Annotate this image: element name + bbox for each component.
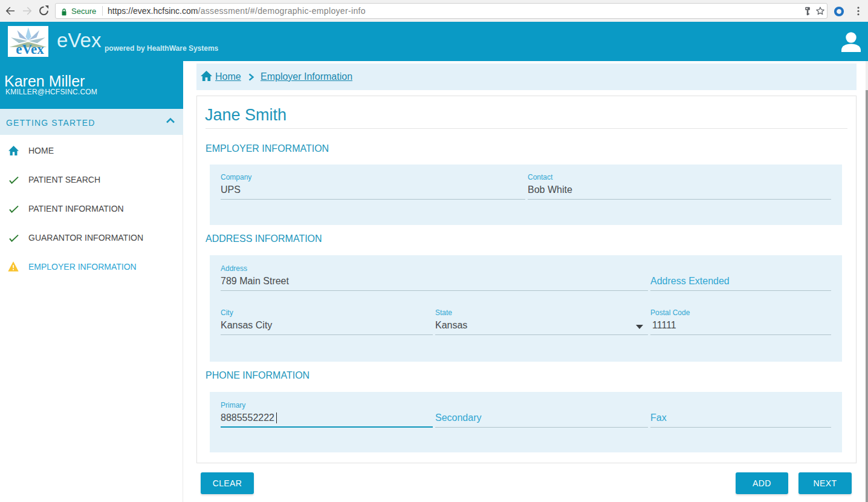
svg-text:eVex: eVex bbox=[16, 42, 44, 57]
